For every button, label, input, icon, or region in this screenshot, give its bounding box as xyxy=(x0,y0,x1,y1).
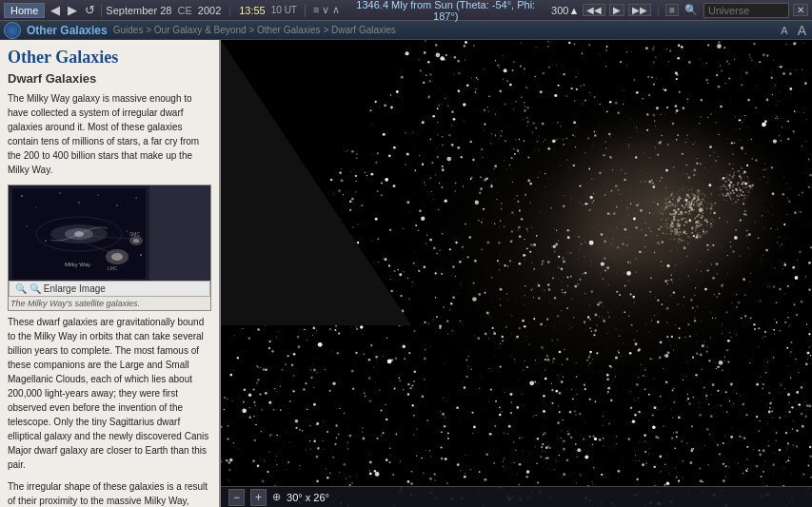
app-logo xyxy=(4,22,21,39)
body-text-3: The irregular shape of these galaxies is… xyxy=(8,479,211,507)
sky-zoom-out-button[interactable]: − xyxy=(228,489,245,506)
search-button[interactable]: ✕ xyxy=(793,4,808,16)
svg-point-19 xyxy=(133,239,139,243)
svg-point-5 xyxy=(98,194,99,195)
svg-point-1 xyxy=(21,195,23,197)
main-toolbar: Home ◀ ▶ ↺ September 28 CE 2002 | 13:55 … xyxy=(0,0,812,21)
home-button[interactable]: Home xyxy=(4,3,45,18)
refresh-button[interactable]: ↺ xyxy=(83,3,97,17)
starfield-canvas xyxy=(221,40,812,507)
left-panel: Other Galaxies Dwarf Galaxies The Milky … xyxy=(0,40,221,507)
svg-point-3 xyxy=(59,192,60,193)
svg-point-2 xyxy=(36,206,37,207)
galaxy-image-container: Milky Way LMC SMC 🔍 🔍 Enlarge Image The … xyxy=(8,185,211,311)
text-size-small-button[interactable]: A xyxy=(779,25,789,36)
svg-point-17 xyxy=(111,253,123,261)
position-display: 1346.4 Mly from Sun (Theta: -54°, Phi: 1… xyxy=(345,0,548,22)
search-input[interactable] xyxy=(703,3,789,18)
page-subtitle: Dwarf Galaxies xyxy=(8,71,211,86)
sky-view[interactable]: − + ⊕ 30° x 26° xyxy=(221,40,812,507)
main-content: Other Galaxies Dwarf Galaxies The Milky … xyxy=(0,40,812,507)
svg-point-4 xyxy=(78,202,79,203)
guide-title: Other Galaxies xyxy=(27,24,108,37)
svg-text:Milky Way: Milky Way xyxy=(65,262,90,267)
page-title: Other Galaxies xyxy=(8,48,211,68)
text-size-large-button[interactable]: A xyxy=(796,23,808,38)
zoom-display: 300▲ xyxy=(551,5,579,16)
svg-point-8 xyxy=(27,225,28,226)
svg-point-11 xyxy=(140,254,142,256)
forward-button[interactable]: ▶ xyxy=(66,3,79,17)
galaxy-image: Milky Way LMC SMC xyxy=(9,185,149,281)
play-next-button[interactable]: ▶▶ xyxy=(628,4,651,16)
svg-text:LMC: LMC xyxy=(108,265,118,271)
date-display: September 28 CE 2002 xyxy=(106,5,221,16)
sky-zoom-in-button[interactable]: + xyxy=(250,489,267,506)
options-button[interactable]: ≡ xyxy=(665,4,679,16)
play-button[interactable]: ▶ xyxy=(609,4,624,16)
sky-bottom-bar: − + ⊕ 30° x 26° xyxy=(221,486,812,507)
play-prev-button[interactable]: ◀◀ xyxy=(583,4,605,16)
svg-point-9 xyxy=(45,240,46,241)
svg-text:SMC: SMC xyxy=(129,231,141,237)
sky-fov-display: 30° x 26° xyxy=(287,492,329,503)
image-caption: The Milky Way's satellite galaxies. xyxy=(9,297,210,310)
body-text-1: The Milky Way galaxy is massive enough t… xyxy=(8,91,211,177)
sky-zoom-icon: ⊕ xyxy=(272,491,281,503)
time-display: 13:55 xyxy=(239,5,266,16)
svg-point-7 xyxy=(135,197,136,198)
enlarge-button[interactable]: 🔍 🔍 Enlarge Image xyxy=(9,281,210,297)
guide-toolbar: Other Galaxies Guides > Our Galaxy & Bey… xyxy=(0,21,812,40)
magnify-icon: 🔍 xyxy=(15,283,27,294)
body-text-2: These dwarf galaxies are gravitationally… xyxy=(8,315,211,472)
svg-point-6 xyxy=(116,205,118,206)
breadcrumb: Guides > Our Galaxy & Beyond > Other Gal… xyxy=(113,25,396,35)
svg-point-10 xyxy=(126,230,127,231)
back-button[interactable]: ◀ xyxy=(49,3,62,17)
